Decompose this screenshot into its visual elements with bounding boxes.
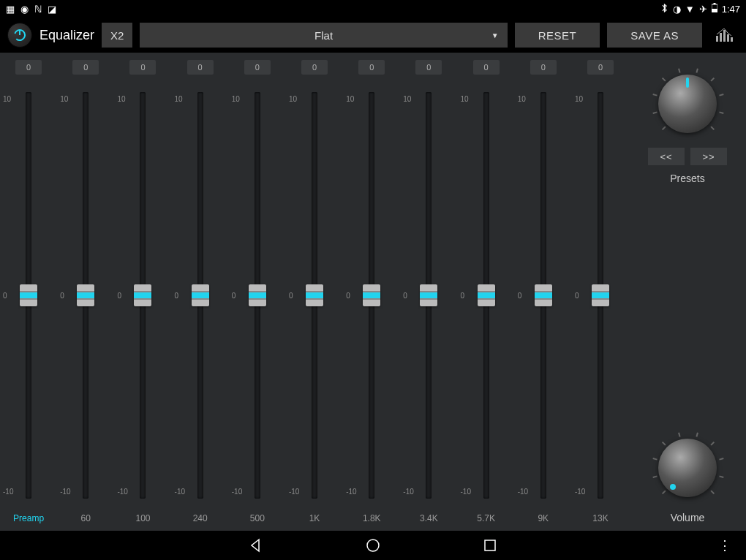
slider-area: 10 0 -10 xyxy=(515,86,572,504)
slider-track[interactable] xyxy=(598,92,603,499)
svg-rect-8 xyxy=(727,34,729,42)
scale-max: 10 xyxy=(175,95,183,103)
scale-mid: 0 xyxy=(403,292,407,300)
band-value: 0 xyxy=(72,60,99,75)
android-nav-bar: ⋮ xyxy=(0,531,746,560)
scale-mid: 0 xyxy=(518,292,522,300)
status-right: ◑ ▼ ✈ 1:47 xyxy=(660,3,740,15)
back-icon xyxy=(249,538,263,553)
overflow-menu-button[interactable]: ⋮ xyxy=(718,537,731,553)
reset-button[interactable]: RESET xyxy=(515,23,600,48)
back-button[interactable] xyxy=(249,538,263,553)
scale-min: -10 xyxy=(60,488,70,496)
home-icon xyxy=(366,538,380,553)
band-value: 0 xyxy=(473,60,500,75)
band-label: 9K xyxy=(538,513,549,525)
x2-button[interactable]: X2 xyxy=(102,23,132,48)
band-value: 0 xyxy=(15,60,42,75)
scale-mid: 0 xyxy=(346,292,350,300)
eq-band-slider: 0 10 0 -10 60 xyxy=(57,60,114,525)
knob-tick xyxy=(652,458,657,460)
notification-icon-2: ℕ xyxy=(34,4,42,15)
band-label: 60 xyxy=(81,513,91,525)
slider-thumb[interactable] xyxy=(592,284,609,306)
scale-max: 10 xyxy=(60,95,68,103)
slider-track[interactable] xyxy=(540,92,546,499)
spectrum-button[interactable] xyxy=(709,23,739,48)
slider-thumb[interactable] xyxy=(478,284,495,306)
svg-rect-7 xyxy=(723,30,726,42)
slider-thumb[interactable] xyxy=(192,284,209,306)
slider-area: 10 0 -10 xyxy=(458,86,515,504)
eq-band-slider: 0 10 0 -10 100 xyxy=(114,60,171,525)
svg-rect-9 xyxy=(731,37,733,42)
slider-track[interactable] xyxy=(26,92,31,499)
eq-band-slider: 0 10 0 -10 500 xyxy=(229,60,286,525)
notification-icon: ◉ xyxy=(20,4,29,15)
scale-min: -10 xyxy=(403,488,413,496)
knob-tick xyxy=(719,111,723,113)
knob-tick xyxy=(719,94,723,96)
power-button[interactable] xyxy=(7,23,32,48)
preset-knob-wrap xyxy=(651,67,724,140)
band-value: 0 xyxy=(587,60,614,75)
slider-track[interactable] xyxy=(197,92,203,499)
preset-prev-button[interactable]: << xyxy=(648,148,685,165)
preamp-slider: 0 10 0 -10 Preamp xyxy=(0,60,57,525)
band-value: 0 xyxy=(415,60,442,75)
home-button[interactable] xyxy=(366,538,380,553)
preset-dropdown[interactable]: Flat ▼ xyxy=(140,23,507,48)
band-label: 5.7K xyxy=(477,513,495,525)
main-area: 0 10 0 -10 Preamp 0 10 0 -10 60 0 10 0 -… xyxy=(0,53,746,531)
battery-icon xyxy=(712,3,717,15)
slider-track[interactable] xyxy=(140,92,146,499)
save-as-button[interactable]: SAVE AS xyxy=(607,23,702,48)
knob-tick xyxy=(652,475,657,477)
eq-band-slider: 0 10 0 -10 9K xyxy=(515,60,572,525)
scale-min: -10 xyxy=(117,488,127,496)
svg-rect-2 xyxy=(713,3,715,4)
band-label: 3.4K xyxy=(420,513,438,525)
slider-track[interactable] xyxy=(83,92,88,499)
slider-track[interactable] xyxy=(312,92,317,499)
slider-area: 10 0 -10 xyxy=(286,86,343,504)
slider-track[interactable] xyxy=(483,92,489,499)
slider-area: 10 0 -10 xyxy=(400,86,457,504)
knob-tick xyxy=(662,126,666,130)
slider-area: 10 0 -10 xyxy=(57,86,114,504)
knob-tick xyxy=(662,442,666,446)
band-label: 13K xyxy=(592,513,608,525)
slider-thumb[interactable] xyxy=(306,284,323,306)
preset-next-button[interactable]: >> xyxy=(690,148,727,165)
band-label: Preamp xyxy=(13,513,44,525)
eq-band-slider: 0 10 0 -10 1.8K xyxy=(343,60,400,525)
volume-knob[interactable] xyxy=(658,439,717,497)
scale-min: -10 xyxy=(461,488,471,496)
scale-min: -10 xyxy=(3,488,13,496)
slider-thumb[interactable] xyxy=(535,284,552,306)
slider-track[interactable] xyxy=(255,92,260,499)
slider-thumb[interactable] xyxy=(249,284,266,306)
chevron-down-icon: ▼ xyxy=(491,31,499,39)
eq-band-slider: 0 10 0 -10 13K xyxy=(572,60,629,525)
band-label: 1K xyxy=(309,513,320,525)
bluetooth-icon xyxy=(660,3,668,15)
slider-thumb[interactable] xyxy=(20,284,37,306)
scale-mid: 0 xyxy=(117,292,121,300)
status-left: ▦ ◉ ℕ ◪ xyxy=(6,4,56,15)
scale-max: 10 xyxy=(518,95,526,103)
knob-tick xyxy=(696,68,698,72)
slider-thumb[interactable] xyxy=(77,284,94,306)
scale-max: 10 xyxy=(461,95,469,103)
slider-thumb[interactable] xyxy=(363,284,380,306)
slider-thumb[interactable] xyxy=(420,284,437,306)
slider-track[interactable] xyxy=(369,92,374,499)
scale-mid: 0 xyxy=(175,292,179,300)
slider-track[interactable] xyxy=(426,92,432,499)
band-label: 1.8K xyxy=(363,513,381,525)
knob-tick xyxy=(719,458,723,460)
android-status-bar: ▦ ◉ ℕ ◪ ◑ ▼ ✈ 1:47 xyxy=(0,0,746,18)
slider-thumb[interactable] xyxy=(134,284,151,306)
preset-knob[interactable] xyxy=(658,75,717,133)
recent-button[interactable] xyxy=(483,538,497,553)
